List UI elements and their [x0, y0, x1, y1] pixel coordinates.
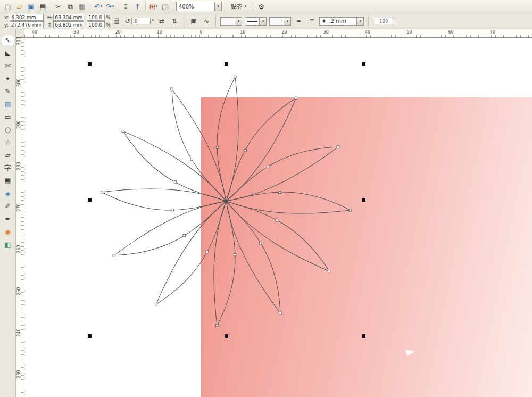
- redo-button[interactable]: ↷▾: [104, 1, 115, 12]
- basic-shapes-icon: ▱: [5, 152, 11, 159]
- ruler-number: 270: [16, 203, 21, 211]
- convert-to-curves-button[interactable]: ∿: [201, 16, 211, 26]
- blend-tool[interactable]: ◈: [2, 188, 14, 198]
- transparency-field[interactable]: 100: [373, 18, 394, 24]
- ellipse-tool[interactable]: ○: [2, 124, 14, 135]
- curve-node[interactable]: [183, 234, 185, 236]
- selection-handle[interactable]: [362, 334, 365, 338]
- zoom-level-combobox[interactable]: 400% ▾: [176, 2, 222, 11]
- selection-handle[interactable]: [225, 334, 228, 338]
- curve-node[interactable]: [206, 251, 208, 253]
- end-arrowhead-select[interactable]: ▾: [269, 17, 291, 26]
- selection-handle[interactable]: [225, 62, 228, 66]
- selection-handle[interactable]: [88, 198, 92, 202]
- curve-node[interactable]: [234, 76, 236, 78]
- outline-pen-dialog-button[interactable]: ✒: [294, 16, 304, 26]
- curve-node[interactable]: [279, 191, 281, 193]
- horizontal-ruler[interactable]: 40302010010203040506070: [24, 29, 532, 38]
- undo-button[interactable]: ↶▾: [93, 1, 104, 12]
- ruler-number: 240: [16, 328, 21, 336]
- separator: [51, 2, 51, 11]
- rotation-angle-field[interactable]: .0: [131, 18, 151, 24]
- selection-handle[interactable]: [362, 198, 365, 202]
- pick-tool[interactable]: ↖: [2, 35, 14, 45]
- cut-button[interactable]: ✂: [53, 1, 64, 12]
- toolbar-icons: ▢▱▣▤✂⧉▥↶▾↷▾↧↥⊞▾◫: [2, 1, 175, 12]
- curve-node[interactable]: [155, 303, 157, 305]
- curve-node[interactable]: [328, 270, 330, 272]
- flower-object[interactable]: [88, 63, 364, 340]
- curve-node[interactable]: [216, 324, 218, 326]
- zoom-tool[interactable]: ⌖: [2, 73, 14, 84]
- start-arrowhead-select[interactable]: ▾: [220, 17, 242, 26]
- curve-node[interactable]: [337, 146, 339, 148]
- curve-node[interactable]: [295, 97, 297, 99]
- options-button[interactable]: ⚙: [256, 1, 267, 12]
- freehand-tool[interactable]: ✎: [2, 86, 14, 96]
- selection-handle[interactable]: [88, 62, 92, 66]
- curve-node[interactable]: [101, 191, 103, 193]
- curve-node[interactable]: [171, 88, 173, 90]
- crop-tool[interactable]: ✄: [2, 60, 14, 71]
- paste-button[interactable]: ▥: [77, 1, 88, 12]
- mirror-horizontal-button[interactable]: ⇄: [156, 16, 167, 26]
- outline-pen-tool[interactable]: ✒: [2, 213, 14, 224]
- curve-node[interactable]: [276, 219, 278, 221]
- lock-ratio-button[interactable]: [112, 16, 122, 26]
- new-document-button[interactable]: ▢: [2, 1, 13, 12]
- smart-fill-tool[interactable]: ▧: [2, 98, 14, 109]
- chevron-down-icon[interactable]: ▾: [214, 2, 221, 11]
- table-tool[interactable]: ▦: [2, 175, 14, 186]
- scale-x-field[interactable]: 100.0: [87, 14, 105, 21]
- interactive-fill-tool[interactable]: ◧: [2, 239, 14, 250]
- object-width-field[interactable]: 63.304 mm: [53, 14, 84, 21]
- save-button[interactable]: ▣: [26, 1, 37, 12]
- curve-node[interactable]: [171, 209, 173, 211]
- curve-node[interactable]: [244, 149, 246, 151]
- rectangle-tool[interactable]: ▭: [2, 111, 14, 122]
- curve-node[interactable]: [267, 166, 269, 168]
- polygon-star-icon: ☆: [5, 139, 11, 146]
- snap-to-dropdown[interactable]: 贴齐 ▾: [228, 1, 250, 12]
- selection-handle[interactable]: [88, 334, 92, 338]
- curve-node[interactable]: [234, 254, 236, 256]
- curve-node[interactable]: [122, 130, 124, 132]
- curve-node[interactable]: [279, 312, 281, 315]
- outline-width-icon: ♦: [321, 18, 327, 24]
- copy-button[interactable]: ⧉: [65, 1, 76, 12]
- drawing-canvas[interactable]: [24, 38, 532, 397]
- outline-style-select[interactable]: ▾: [245, 17, 267, 26]
- eyedropper-tool[interactable]: ✐: [2, 201, 14, 211]
- scale-y-field[interactable]: 100.0: [87, 21, 105, 28]
- text-tool[interactable]: 字: [2, 162, 14, 173]
- curve-node[interactable]: [113, 254, 115, 257]
- object-properties-button[interactable]: ≣: [306, 16, 317, 26]
- curve-node[interactable]: [190, 158, 193, 160]
- export-button[interactable]: ↥: [132, 1, 143, 12]
- object-height-field[interactable]: 63.802 mm: [53, 21, 84, 28]
- curve-node[interactable]: [349, 209, 351, 211]
- width-icon: ↔: [46, 14, 52, 20]
- mirror-vertical-button[interactable]: ⇅: [169, 16, 179, 26]
- vertical-ruler[interactable]: 310300290280270260250240230: [16, 38, 24, 397]
- outline-width-select[interactable]: ♦ .2 mm ▾: [319, 17, 364, 26]
- import-button[interactable]: ↧: [120, 1, 131, 12]
- selection-handle[interactable]: [362, 62, 365, 66]
- save-icon: ▣: [28, 3, 34, 10]
- fill-tool[interactable]: ◉: [2, 226, 14, 237]
- application-launcher-button[interactable]: ⊞▾: [148, 1, 159, 12]
- basic-shapes-tool[interactable]: ▱: [2, 150, 14, 160]
- open-button[interactable]: ▱: [14, 1, 25, 12]
- curve-node[interactable]: [259, 242, 261, 244]
- polygon-tool[interactable]: ☆: [2, 137, 14, 147]
- y-position-field[interactable]: 272.476 mm: [10, 21, 44, 28]
- curve-node[interactable]: [216, 146, 218, 148]
- x-position-field[interactable]: 6.302 mm: [10, 14, 44, 21]
- shape-tool[interactable]: ◣: [2, 47, 14, 58]
- wrap-text-button[interactable]: ▣: [188, 16, 198, 26]
- percent-label: %: [106, 15, 111, 20]
- print-button[interactable]: ▤: [37, 1, 48, 12]
- curve-node[interactable]: [174, 181, 176, 183]
- welcome-screen-button[interactable]: ◫: [160, 1, 171, 12]
- text-icon: 字: [4, 164, 11, 171]
